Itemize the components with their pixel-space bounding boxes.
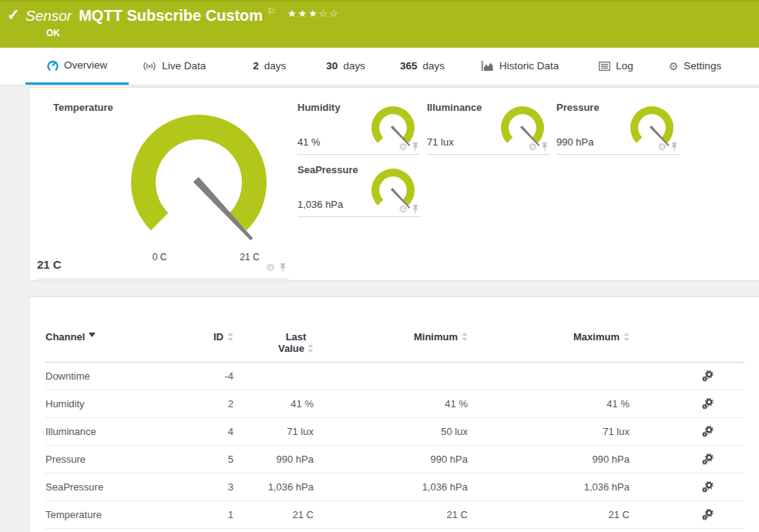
tab-number: 30	[326, 60, 338, 72]
gear-icon: ⚙	[669, 60, 679, 72]
channel-table: Channel ID Last Value	[45, 331, 744, 529]
pin-icon[interactable]	[411, 205, 419, 214]
tab-settings[interactable]: ⚙ Settings	[669, 48, 721, 85]
gauge-title: Illuminance	[427, 102, 482, 113]
cell-minimum: 41 %	[314, 390, 468, 417]
column-header-actions	[630, 331, 744, 354]
status-badge: OK	[46, 28, 60, 38]
area-chart-icon	[482, 61, 494, 71]
log-list-icon	[599, 62, 610, 71]
cell-channel: Illuminance	[45, 418, 200, 445]
cell-last-value	[233, 363, 314, 390]
illuminance-gauge-card[interactable]: Illuminance 71 lux ⚙	[427, 101, 550, 155]
gauge-settings-gear-icon[interactable]: ⚙	[398, 204, 408, 214]
gauge-scale-min: 0 C	[153, 252, 167, 263]
sort-both-icon	[623, 333, 630, 341]
tab-log[interactable]: Log	[599, 48, 633, 85]
pin-icon[interactable]	[670, 142, 678, 152]
channel-settings-button[interactable]	[702, 370, 714, 382]
cell-minimum: 21 C	[314, 501, 468, 528]
gauge-value: 71 lux	[427, 136, 454, 148]
gauge-title: Humidity	[297, 102, 341, 113]
gauge-title: SeaPressure	[297, 164, 358, 176]
pressure-gauge-card[interactable]: Pressure 990 hPa ⚙	[556, 101, 680, 155]
priority-stars[interactable]: ★★★☆☆	[287, 8, 340, 19]
gauge-icon	[47, 60, 59, 71]
object-kind-label: Sensor	[25, 5, 72, 26]
column-label: Channel	[45, 331, 85, 343]
tab-label: Overview	[64, 59, 107, 71]
tab-label: Log	[616, 60, 633, 72]
channel-settings-button[interactable]	[702, 481, 714, 493]
cell-channel: Downtime	[45, 363, 200, 390]
table-row-humidity: Humidity 2 41 % 41 % 41 %	[45, 390, 744, 418]
table-row-temperature: Temperature 1 21 C 21 C 21 C	[45, 501, 744, 529]
tab-label: days	[422, 60, 445, 72]
table-header-row: Channel ID Last Value	[45, 331, 744, 363]
tab-30-days[interactable]: 30 days	[326, 48, 365, 85]
cell-minimum: 1,036 hPa	[314, 473, 468, 500]
gauge-scale-max: 21 C	[240, 252, 259, 263]
priority-flag-icon[interactable]: ⚐	[267, 6, 276, 17]
tab-label: days	[343, 60, 365, 72]
tab-overview[interactable]: Overview	[25, 48, 129, 85]
cell-last-value: 41 %	[233, 390, 314, 417]
cell-maximum: 21 C	[468, 501, 630, 528]
table-row-illuminance: Illuminance 4 71 lux 50 lux 71 lux	[45, 418, 744, 446]
gauge-settings-gear-icon[interactable]: ⚙	[266, 263, 275, 273]
tab-365-days[interactable]: 365 days	[400, 48, 445, 85]
column-header-minimum[interactable]: Minimum	[314, 331, 468, 354]
pin-icon[interactable]	[411, 142, 419, 152]
channel-settings-button[interactable]	[702, 453, 714, 465]
gauge-value: 21 C	[37, 258, 62, 271]
cell-maximum	[468, 363, 630, 390]
channel-settings-button[interactable]	[702, 509, 714, 520]
sort-both-icon	[227, 333, 233, 341]
pin-icon[interactable]	[279, 263, 287, 273]
channel-settings-button[interactable]	[702, 426, 714, 437]
gauge-settings-gear-icon[interactable]: ⚙	[398, 142, 408, 152]
tab-label: Settings	[683, 60, 721, 72]
cell-id: -4	[200, 363, 233, 390]
table-row-pressure: Pressure 5 990 hPa 990 hPa 990 hPa	[45, 446, 744, 473]
cell-maximum: 990 hPa	[468, 446, 630, 473]
cell-minimum: 990 hPa	[314, 446, 468, 473]
cell-last-value: 71 lux	[233, 418, 314, 445]
column-header-maximum[interactable]: Maximum	[468, 331, 630, 354]
gauges-panel: Temperature 0 C 21 C 21 C ⚙ Humidity 41 …	[29, 87, 759, 281]
tab-label: Historic Data	[499, 60, 559, 72]
cell-minimum: 50 lux	[314, 418, 468, 445]
column-header-last-value[interactable]: Last Value	[233, 331, 314, 354]
column-label: Value	[278, 343, 304, 354]
gauge-value: 41 %	[297, 136, 321, 148]
column-header-id[interactable]: ID	[200, 331, 233, 354]
tab-2-days[interactable]: 2 days	[253, 48, 286, 85]
gauge-settings-gear-icon[interactable]: ⚙	[657, 142, 667, 152]
gauge-title: Pressure	[556, 102, 599, 113]
temperature-gauge	[122, 111, 276, 259]
column-label: Last	[286, 331, 307, 343]
cell-maximum: 1,036 hPa	[468, 473, 630, 500]
cell-id: 5	[200, 446, 233, 473]
column-label: ID	[213, 331, 223, 343]
tab-historic-data[interactable]: Historic Data	[482, 48, 559, 85]
humidity-gauge-card[interactable]: Humidity 41 % ⚙	[297, 101, 421, 155]
temperature-gauge-card[interactable]: Temperature 0 C 21 C 21 C ⚙	[37, 88, 295, 282]
tab-live-data[interactable]: Live Data	[143, 48, 210, 85]
status-ok-check-icon: ✓	[7, 5, 20, 24]
cell-last-value: 990 hPa	[233, 446, 314, 473]
channel-settings-button[interactable]	[702, 398, 714, 410]
cell-channel: Pressure	[45, 446, 200, 473]
sensor-header: ✓ Sensor MQTT Subscribe Custom ⚐ ★★★☆☆ O…	[0, 0, 759, 48]
column-label: Maximum	[573, 331, 620, 343]
gauge-settings-gear-icon[interactable]: ⚙	[528, 142, 537, 152]
sort-both-icon	[307, 344, 314, 353]
seapressure-gauge-card[interactable]: SeaPressure 1,036 hPa ⚙	[297, 163, 421, 217]
column-header-channel[interactable]: Channel	[45, 331, 200, 354]
tab-bar: Overview Live Data 2 days 30 days 365 da…	[0, 48, 759, 85]
pin-icon[interactable]	[541, 142, 549, 152]
cell-last-value: 1,036 hPa	[233, 473, 314, 500]
tab-number: 2	[253, 60, 259, 72]
sort-both-icon	[462, 333, 468, 341]
page-title: MQTT Subscribe Custom	[79, 5, 263, 26]
